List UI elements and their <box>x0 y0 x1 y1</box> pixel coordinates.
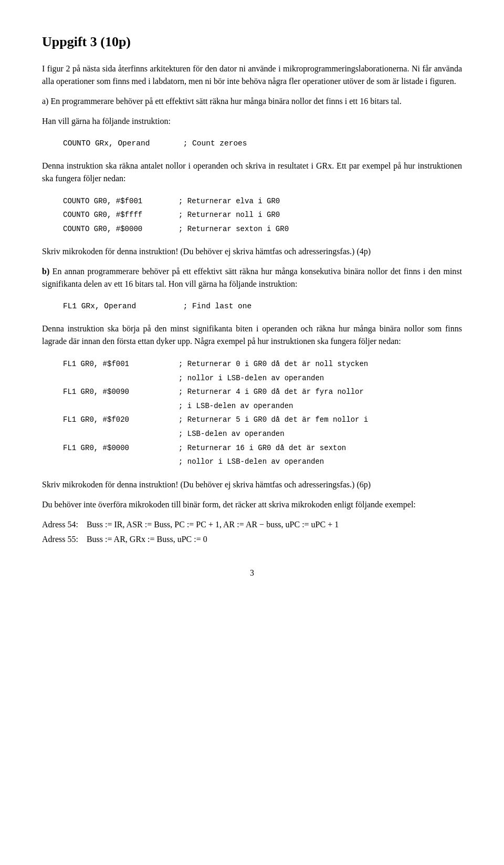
fl1-ex2-comment2: ; i LSB-delen av operanden <box>178 399 293 413</box>
fl1-ex1-code: FL1 GR0, #$f001 <box>63 357 178 371</box>
counto-ex1-code: COUNTO GR0, #$f001 <box>63 194 178 209</box>
counto-instruction-block: COUNTO GRx, Operand ; Count zeroes <box>63 137 462 150</box>
counto-instruction-code: COUNTO GRx, Operand <box>63 137 178 150</box>
part-b-text: En annan programmerare behöver på ett ef… <box>42 267 462 288</box>
page-title: Uppgift 3 (10p) <box>42 32 462 52</box>
counto-example-1: COUNTO GR0, #$f001 ; Returnerar elva i G… <box>63 194 462 209</box>
part-b-task: Skriv mikrokoden för denna instruktion! … <box>42 478 462 491</box>
fl1-ex3-comment: ; Returnerar 5 i GR0 då det är fem nollo… <box>178 413 368 427</box>
fl1-ex3-code: FL1 GR0, #$f020 <box>63 413 178 427</box>
fl1-examples-block: FL1 GR0, #$f001 ; Returnerar 0 i GR0 då … <box>63 357 462 469</box>
part-a-label: a) En programmerare behöver på ett effek… <box>42 97 402 106</box>
fl1-example-4-cont: ; nollor i LSB-delen av operanden <box>63 455 462 469</box>
address-line-1: Adress 54: Buss := IR, ASR := Buss, PC :… <box>42 518 462 531</box>
fl1-ex3-comment2: ; LSB-delen av operanden <box>178 427 285 441</box>
counto-example-3: COUNTO GR0, #$0000 ; Returnerar sexton i… <box>63 222 462 236</box>
fl1-instruction-comment: ; Find last one <box>183 300 252 313</box>
fl1-ex2-comment: ; Returnerar 4 i GR0 då det är fyra noll… <box>178 385 364 399</box>
fl1-ex4-comment2: ; nollor i LSB-delen av operanden <box>178 455 324 469</box>
counto-ex2-code: COUNTO GR0, #$ffff <box>63 208 178 222</box>
counto-examples-block: COUNTO GR0, #$f001 ; Returnerar elva i G… <box>63 194 462 236</box>
part-b-bold: b) <box>42 267 49 276</box>
fl1-example-4: FL1 GR0, #$0000 ; Returnerar 16 i GR0 då… <box>63 441 462 455</box>
counto-ex3-code: COUNTO GR0, #$0000 <box>63 222 178 236</box>
fl1-example-3: FL1 GR0, #$f020 ; Returnerar 5 i GR0 då … <box>63 413 462 427</box>
fl1-instruction-block: FL1 GRx, Operand ; Find last one <box>63 300 462 313</box>
fl1-ex4-code-blank <box>63 455 178 469</box>
fl1-ex3-code-blank <box>63 427 178 441</box>
counto-ex3-comment: ; Returnerar sexton i GR0 <box>178 222 289 236</box>
fl1-ex2-code-blank <box>63 399 178 413</box>
counto-ex2-comment: ; Returnerar noll i GR0 <box>178 208 280 222</box>
part-a-instr-intro: Han vill gärna ha följande instruktion: <box>42 115 462 128</box>
intro-paragraph-1: I figur 2 på nästa sida återfinns arkite… <box>42 62 462 88</box>
fl1-instruction-code: FL1 GRx, Operand <box>63 300 178 313</box>
counto-example-2: COUNTO GR0, #$ffff ; Returnerar noll i G… <box>63 208 462 222</box>
part-a-task: Skriv mikrokoden för denna instruktion! … <box>42 245 462 258</box>
part-a-intro: a) En programmerare behöver på ett effek… <box>42 95 462 108</box>
address-example-block: Adress 54: Buss := IR, ASR := Buss, PC :… <box>42 518 462 546</box>
fl1-ex4-comment: ; Returnerar 16 i GR0 då det är sexton <box>178 441 346 455</box>
part-b-intro: b) En annan programmerare behöver på ett… <box>42 265 462 290</box>
fl1-example-1: FL1 GR0, #$f001 ; Returnerar 0 i GR0 då … <box>63 357 462 371</box>
fl1-ex4-code: FL1 GR0, #$0000 <box>63 441 178 455</box>
part-a-desc: Denna instruktion ska räkna antalet noll… <box>42 160 462 185</box>
part-b-note: Du behöver inte överföra mikrokoden till… <box>42 498 462 511</box>
counto-ex1-comment: ; Returnerar elva i GR0 <box>178 194 280 209</box>
counto-instruction-comment: ; Count zeroes <box>183 137 247 150</box>
fl1-example-1-cont: ; nollor i LSB-delen av operanden <box>63 371 462 385</box>
part-b-desc: Denna instruktion ska börja på den minst… <box>42 322 462 348</box>
fl1-ex1-code-blank <box>63 371 178 385</box>
fl1-example-3-cont: ; LSB-delen av operanden <box>63 427 462 441</box>
page-number: 3 <box>42 567 462 579</box>
fl1-ex1-comment: ; Returnerar 0 i GR0 då det är noll styc… <box>178 357 368 371</box>
fl1-example-2: FL1 GR0, #$0090 ; Returnerar 4 i GR0 då … <box>63 385 462 399</box>
fl1-ex2-code: FL1 GR0, #$0090 <box>63 385 178 399</box>
fl1-ex1-comment2: ; nollor i LSB-delen av operanden <box>178 371 324 385</box>
address-line-2: Adress 55: Buss := AR, GRx := Buss, uPC … <box>42 533 462 546</box>
fl1-example-2-cont: ; i LSB-delen av operanden <box>63 399 462 413</box>
